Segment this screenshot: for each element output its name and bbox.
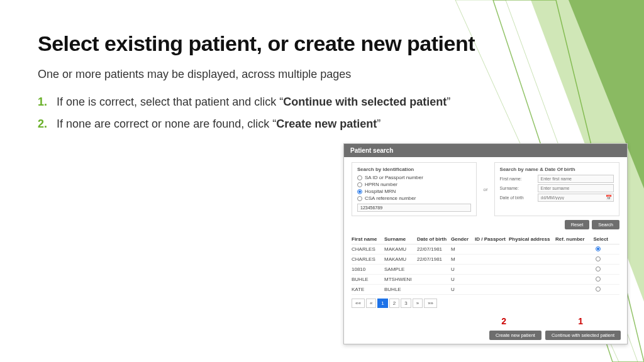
pager-prev[interactable]: «: [366, 299, 376, 308]
table-row: 10810SAMPLEU: [352, 265, 619, 275]
cell-address: [509, 266, 553, 272]
instruction-item-1: 1. If one is correct, select that patien…: [38, 94, 450, 110]
pager-next[interactable]: »: [413, 299, 423, 308]
cell-surname: MAKAMU: [384, 246, 414, 252]
pager-page-3[interactable]: 3: [401, 299, 411, 308]
annotation-marker-2: 2: [501, 316, 506, 326]
radio-label: SA ID or Passport number: [365, 175, 423, 180]
cell-dob: 22/07/1981: [417, 246, 448, 252]
radio-label: Hospital MRN: [365, 189, 396, 194]
col-surname: Surname: [384, 236, 414, 242]
first-name-label: First name:: [500, 177, 534, 181]
select-radio[interactable]: [596, 277, 601, 282]
cell-id-passport: [475, 277, 506, 282]
cell-first: KATE: [352, 287, 382, 292]
patient-search-panel: Patient search Search by identification …: [343, 143, 628, 344]
instruction-item-2: 2. If none are correct or none are found…: [38, 116, 450, 132]
cell-surname: BUHLE: [384, 287, 414, 292]
select-radio[interactable]: [596, 256, 601, 261]
cell-ref: [555, 287, 586, 292]
page-title: Select existing patient, or create new p…: [38, 31, 475, 56]
first-name-input[interactable]: [538, 175, 614, 183]
search-by-name-box: Search by name & Date Of birth First nam…: [494, 162, 619, 216]
cell-select: [588, 246, 608, 252]
table-row: KATEBUHLEU: [352, 285, 619, 295]
surname-label: Surname:: [500, 186, 534, 190]
cell-select: [588, 256, 608, 262]
cell-gender: U: [451, 266, 472, 272]
radio-icon: [357, 189, 362, 194]
col-gender: Gender: [451, 236, 472, 242]
cell-dob: 22/07/1981: [417, 256, 448, 262]
create-new-patient-button[interactable]: Create new patient: [489, 331, 541, 340]
cell-first: 10810: [352, 266, 382, 272]
cell-dob: [417, 287, 448, 292]
cell-address: [509, 287, 553, 292]
search-button[interactable]: Search: [592, 220, 619, 229]
cell-gender: U: [451, 277, 472, 282]
search-by-id-box: Search by identification SA ID or Passpo…: [352, 162, 477, 216]
cell-surname: SAMPLE: [384, 266, 414, 272]
identification-input[interactable]: [357, 204, 471, 212]
table-row: CHARLESMAKAMU22/07/1981M: [352, 244, 619, 255]
continue-with-selected-button[interactable]: Continue with selected patient: [545, 331, 621, 340]
cell-ref: [555, 266, 586, 272]
cell-first: BUHLE: [352, 277, 382, 282]
pager: «« « 1 2 3 » »»: [352, 299, 619, 308]
table-row: BUHLEMTSHWENIU: [352, 275, 619, 285]
cell-first: CHARLES: [352, 246, 382, 252]
radio-hospital-mrn[interactable]: Hospital MRN: [357, 189, 471, 194]
text: ”: [377, 118, 380, 130]
dob-input[interactable]: [538, 194, 614, 202]
text: If one is correct: [57, 96, 134, 108]
radio-label: CSA reference number: [365, 195, 416, 201]
col-select: Select: [588, 236, 608, 242]
cell-select: [588, 266, 608, 272]
cell-first: CHARLES: [352, 256, 382, 262]
calendar-icon[interactable]: 📅: [606, 195, 612, 200]
text: , select that patient and click “: [134, 96, 283, 108]
radio-csa[interactable]: CSA reference number: [357, 195, 471, 201]
box-title: Search by name & Date Of birth: [500, 167, 614, 172]
panel-body: Search by identification SA ID or Passpo…: [344, 157, 627, 313]
results-grid: First name Surname Date of birth Gender …: [352, 234, 619, 295]
pager-last[interactable]: »»: [424, 299, 437, 308]
cell-ref: [555, 256, 586, 262]
cell-surname: MAKAMU: [384, 256, 414, 262]
cell-gender: M: [451, 256, 472, 262]
text: ”: [447, 96, 450, 108]
cell-gender: U: [451, 287, 472, 292]
select-radio[interactable]: [596, 287, 601, 292]
text: If none are correct or none are found, c…: [57, 118, 276, 130]
panel-footer: Create new patient Continue with selecte…: [489, 331, 621, 340]
reset-button[interactable]: Reset: [565, 220, 590, 229]
surname-input[interactable]: [538, 184, 614, 192]
radio-sa-id[interactable]: SA ID or Passport number: [357, 175, 471, 180]
dob-row: Date of birth 📅: [500, 194, 614, 202]
select-radio[interactable]: [596, 266, 601, 272]
text-bold: Continue with selected patient: [283, 96, 447, 108]
radio-hprn[interactable]: HPRN number: [357, 182, 471, 187]
select-radio[interactable]: [596, 246, 601, 251]
cell-dob: [417, 277, 448, 282]
or-divider: or: [482, 187, 489, 192]
pager-first[interactable]: ««: [352, 299, 365, 308]
radio-icon: [357, 175, 362, 180]
table-row: CHARLESMAKAMU22/07/1981M: [352, 255, 619, 265]
cell-id-passport: [475, 256, 506, 262]
col-address: Physical address: [509, 236, 553, 242]
list-number-1: 1.: [38, 94, 47, 110]
annotation-marker-1: 1: [578, 316, 583, 326]
radio-icon: [357, 196, 362, 201]
pager-page-2[interactable]: 2: [389, 299, 399, 308]
cell-select: [588, 287, 608, 292]
first-name-row: First name:: [500, 175, 614, 183]
col-id-passport: ID / Passport: [475, 236, 506, 242]
search-row: Search by identification SA ID or Passpo…: [352, 162, 619, 216]
text-bold: Create new patient: [276, 118, 377, 130]
box-title: Search by identification: [357, 167, 471, 172]
pager-page-1[interactable]: 1: [377, 299, 387, 308]
cell-surname: MTSHWENI: [384, 277, 414, 282]
cell-address: [509, 246, 553, 252]
search-buttons: Reset Search: [352, 220, 619, 229]
